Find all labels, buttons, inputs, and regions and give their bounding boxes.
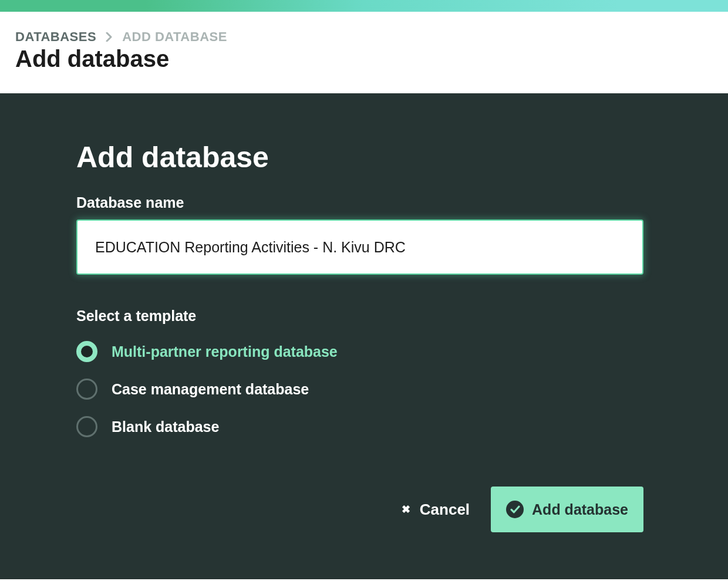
template-section-label: Select a template — [76, 308, 652, 325]
form-title: Add database — [76, 140, 652, 174]
radio-unselected-icon — [76, 416, 97, 437]
template-option-label: Multi-partner reporting database — [112, 343, 338, 360]
breadcrumb-item-add-database: ADD DATABASE — [122, 29, 227, 45]
template-option-case-management[interactable]: Case management database — [76, 379, 652, 400]
top-accent-bar — [0, 0, 728, 12]
chevron-right-icon — [106, 32, 113, 42]
cancel-button-label: Cancel — [420, 501, 470, 519]
template-option-multi-partner[interactable]: Multi-partner reporting database — [76, 341, 652, 362]
check-circle-icon — [506, 501, 524, 518]
cancel-button[interactable]: ✖ Cancel — [402, 501, 470, 519]
database-name-input[interactable] — [76, 219, 643, 275]
add-database-button-label: Add database — [532, 501, 628, 518]
form-actions: ✖ Cancel Add database — [76, 487, 643, 532]
template-section: Select a template Multi-partner reportin… — [76, 308, 652, 437]
page-title: Add database — [15, 46, 713, 72]
database-name-label: Database name — [76, 194, 652, 211]
breadcrumb-item-databases[interactable]: DATABASES — [15, 29, 96, 45]
breadcrumb: DATABASES ADD DATABASE — [15, 29, 713, 45]
add-database-button[interactable]: Add database — [491, 487, 643, 532]
template-option-blank[interactable]: Blank database — [76, 416, 652, 437]
template-option-label: Case management database — [112, 381, 309, 398]
main-panel: Add database Database name Select a temp… — [0, 93, 728, 579]
radio-selected-icon — [76, 341, 97, 362]
close-icon: ✖ — [402, 503, 410, 516]
page-header: DATABASES ADD DATABASE Add database — [0, 12, 728, 93]
template-option-label: Blank database — [112, 418, 219, 435]
radio-unselected-icon — [76, 379, 97, 400]
